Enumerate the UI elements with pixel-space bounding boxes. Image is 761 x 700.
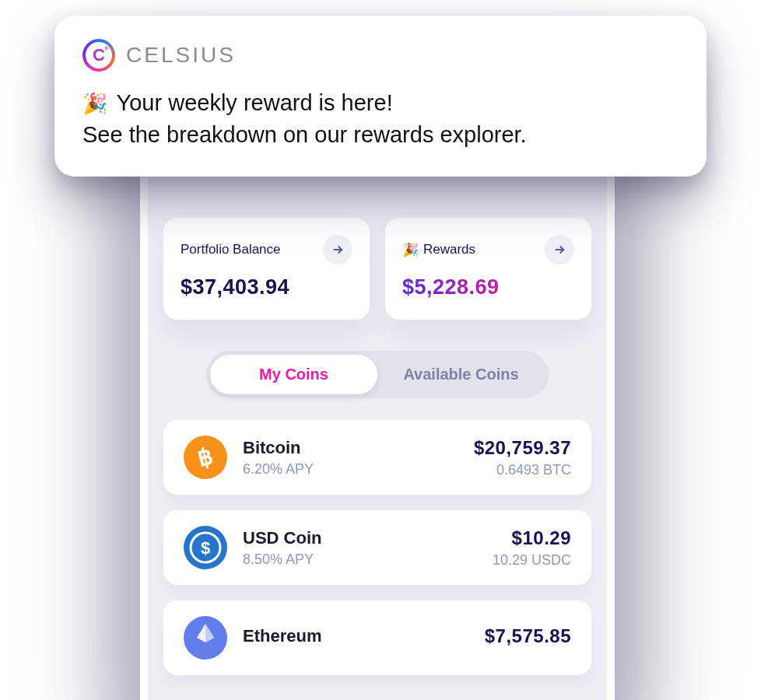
notification-header: C CELSIUS <box>82 39 679 72</box>
rewards-card[interactable]: 🎉 Rewards $5,228.69 <box>385 218 591 320</box>
summary-cards: Portfolio Balance $37,403.94 🎉 Rewards <box>163 218 591 320</box>
coin-row-usdcoin[interactable]: $ USD Coin 8.50% APY $10.29 10.29 USDC <box>163 510 591 585</box>
coin-apy: 6.20% APY <box>243 461 458 478</box>
coin-name: USD Coin <box>243 528 477 548</box>
arrow-right-icon <box>323 235 352 264</box>
coin-amount: 10.29 USDC <box>493 552 571 569</box>
brand-name: CELSIUS <box>126 43 236 68</box>
coin-apy: 8.50% APY <box>243 551 477 568</box>
phone-frame: Portfolio Balance $37,403.94 🎉 Rewards <box>140 109 615 700</box>
rewards-value: $5,228.69 <box>402 275 574 299</box>
celsius-logo-icon: C <box>82 39 115 72</box>
coin-tabs: My Coins Available Coins <box>206 351 549 398</box>
usdc-icon: $ <box>184 526 227 569</box>
coin-row-ethereum[interactable]: Ethereum $7,575.85 <box>163 600 591 675</box>
coin-list: ฿ Bitcoin 6.20% APY $20,759.37 0.6493 BT… <box>163 420 591 675</box>
rewards-label: Rewards <box>423 242 475 257</box>
coin-amount: 0.6493 BTC <box>474 462 571 478</box>
bitcoin-icon: ฿ <box>184 436 227 479</box>
tab-my-coins[interactable]: My Coins <box>210 355 377 394</box>
arrow-right-icon <box>545 235 574 264</box>
notification-headline: Your weekly reward is here! <box>117 90 393 115</box>
ethereum-icon <box>184 616 227 660</box>
coin-usd-value: $10.29 <box>493 527 571 549</box>
coin-row-bitcoin[interactable]: ฿ Bitcoin 6.20% APY $20,759.37 0.6493 BT… <box>163 420 591 495</box>
party-popper-icon: 🎉 <box>402 242 419 258</box>
tab-available-coins[interactable]: Available Coins <box>377 355 545 394</box>
coin-name: Bitcoin <box>243 438 458 458</box>
svg-text:$: $ <box>201 538 210 558</box>
portfolio-label: Portfolio Balance <box>181 242 281 257</box>
reward-notification[interactable]: C CELSIUS 🎉 Your weekly reward is here! … <box>54 16 707 177</box>
notification-body: 🎉 Your weekly reward is here! See the br… <box>82 87 679 150</box>
party-popper-icon: 🎉 <box>82 92 107 115</box>
portfolio-balance-card[interactable]: Portfolio Balance $37,403.94 <box>163 218 370 320</box>
portfolio-value: $37,403.94 <box>181 275 352 299</box>
coin-usd-value: $20,759.37 <box>474 437 571 459</box>
notification-subline: See the breakdown on our rewards explore… <box>82 122 527 147</box>
coin-name: Ethereum <box>243 626 469 646</box>
app-screen: Portfolio Balance $37,403.94 🎉 Rewards <box>148 117 607 675</box>
coin-usd-value: $7,575.85 <box>485 625 571 647</box>
